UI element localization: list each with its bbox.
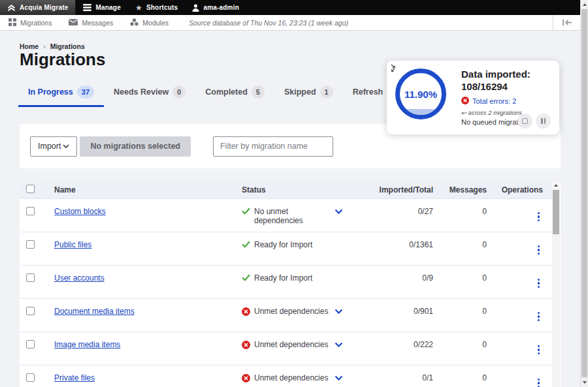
stop-import-button[interactable] bbox=[517, 114, 532, 129]
data-imported-label: Data imported: bbox=[461, 68, 555, 80]
migration-filter-input[interactable] bbox=[213, 136, 333, 157]
chevron-down-icon[interactable] bbox=[335, 307, 343, 316]
migrations-table: Name Status Imported/Total Messages Oper… bbox=[20, 181, 561, 387]
chevron-down-icon bbox=[63, 144, 69, 148]
chevron-down-icon[interactable] bbox=[335, 207, 343, 216]
kebab-menu-icon[interactable] bbox=[534, 278, 544, 289]
progress-ring-fill bbox=[400, 109, 442, 115]
check-icon bbox=[242, 208, 250, 217]
migration-link[interactable]: Document media items bbox=[54, 307, 135, 316]
total-errors-link[interactable]: Total errors: 2 bbox=[472, 97, 516, 105]
kebab-menu-icon[interactable] bbox=[534, 245, 544, 256]
topbar-item-shortcuts[interactable]: ★ Shortcuts bbox=[128, 0, 185, 15]
tab-label: Needs Review bbox=[114, 87, 169, 97]
messages-count: 0 bbox=[433, 232, 487, 249]
import-label: Import bbox=[38, 142, 61, 151]
toolbar-label: Messages bbox=[82, 19, 113, 27]
data-imported-count: 108/16294 bbox=[461, 80, 555, 93]
messages-count: 0 bbox=[433, 266, 487, 283]
migration-link[interactable]: User accounts bbox=[54, 273, 105, 283]
row-checkbox[interactable] bbox=[26, 340, 35, 348]
topbar-label: ama-admin bbox=[203, 4, 239, 11]
tab-count-badge: 37 bbox=[77, 85, 94, 99]
selection-status-button: No migrations selected bbox=[80, 136, 191, 157]
table-row: Private files Unmet dependencies 0/1 0 bbox=[20, 365, 552, 387]
status-text: Ready for Import bbox=[254, 240, 312, 249]
tab-count-badge: 0 bbox=[172, 85, 186, 99]
screen: Acquia Migrate Manage ★ Shortcuts ama-ad… bbox=[0, 0, 588, 387]
toolbar-item-modules[interactable]: Modules bbox=[122, 15, 177, 30]
row-checkbox[interactable] bbox=[26, 373, 35, 382]
table-scrollbar[interactable] bbox=[552, 181, 560, 387]
topbar-item-user[interactable]: ama-admin bbox=[185, 0, 246, 15]
error-icon bbox=[242, 341, 250, 351]
row-checkbox[interactable] bbox=[26, 207, 35, 215]
status-text: Unmet dependencies bbox=[254, 340, 328, 349]
table-row: Custom blocks No unmet dependencies 0/27… bbox=[20, 198, 552, 232]
messages-count: 0 bbox=[433, 365, 487, 382]
migration-tabs: In Progress 37 Needs Review 0 Completed … bbox=[18, 80, 410, 107]
page-scrollbar[interactable] bbox=[580, 0, 588, 387]
row-checkbox[interactable] bbox=[26, 307, 35, 315]
row-checkbox[interactable] bbox=[26, 273, 35, 282]
tab-label: Refresh bbox=[353, 87, 384, 97]
tab-needs-review[interactable]: Needs Review 0 bbox=[104, 80, 195, 107]
star-icon: ★ bbox=[135, 4, 142, 12]
page-title: Migrations bbox=[20, 50, 105, 70]
scroll-up-arrow[interactable] bbox=[552, 181, 560, 189]
header-imported-total: Imported/Total bbox=[367, 185, 433, 194]
scroll-down-arrow[interactable] bbox=[581, 379, 588, 386]
chevron-down-icon[interactable] bbox=[335, 340, 343, 349]
collapse-card-icon[interactable] bbox=[390, 63, 400, 76]
table-row: User accounts Ready for Import 0/9 0 bbox=[20, 265, 552, 298]
scroll-up-arrow[interactable] bbox=[581, 1, 588, 8]
messages-count: 0 bbox=[433, 332, 487, 349]
modules-icon bbox=[130, 18, 139, 27]
select-all-checkbox[interactable] bbox=[26, 185, 35, 193]
pin-left-icon bbox=[562, 17, 572, 29]
chevron-down-icon[interactable] bbox=[335, 373, 343, 382]
row-checkbox[interactable] bbox=[26, 240, 35, 249]
toolbar-label: Migrations bbox=[20, 19, 52, 27]
tab-label: Skipped bbox=[284, 87, 316, 97]
table-scrollbar-thumb[interactable] bbox=[553, 190, 559, 234]
migration-link[interactable]: Image media items bbox=[54, 340, 120, 349]
topbar-item-manage[interactable]: Manage bbox=[76, 0, 127, 15]
pause-icon bbox=[541, 118, 546, 124]
error-icon bbox=[461, 95, 469, 107]
kebab-menu-icon[interactable] bbox=[534, 345, 544, 356]
admin-topbar: Acquia Migrate Manage ★ Shortcuts ama-ad… bbox=[0, 0, 580, 15]
migration-link[interactable]: Public files bbox=[54, 240, 91, 249]
page-scrollbar-thumb[interactable] bbox=[581, 9, 587, 377]
stop-icon bbox=[522, 118, 528, 124]
tab-label: Completed bbox=[205, 87, 248, 97]
imported-total: 0/1361 bbox=[367, 232, 433, 249]
kebab-menu-icon[interactable] bbox=[534, 311, 544, 322]
import-dropdown-button[interactable]: Import bbox=[30, 136, 77, 157]
toolbar-item-migrations[interactable]: Migrations bbox=[0, 15, 60, 30]
header-name: Name bbox=[54, 185, 242, 194]
tab-in-progress[interactable]: In Progress 37 bbox=[18, 80, 104, 107]
progress-ring: 11.90% bbox=[395, 69, 446, 119]
kebab-menu-icon[interactable] bbox=[534, 211, 544, 223]
pause-import-button[interactable] bbox=[536, 114, 551, 129]
kebab-menu-icon[interactable] bbox=[534, 378, 544, 387]
table-row: Document media items Unmet dependencies … bbox=[20, 298, 552, 332]
check-icon bbox=[242, 274, 250, 283]
migration-link[interactable]: Custom blocks bbox=[54, 207, 106, 216]
toolbar-item-messages[interactable]: Messages bbox=[60, 15, 122, 30]
migration-link[interactable]: Private files bbox=[54, 373, 95, 382]
error-icon bbox=[242, 374, 250, 384]
source-database-note: Source database of Thu Nov 16, 23:23 (1 … bbox=[189, 19, 348, 27]
collapse-toolbar-button[interactable] bbox=[553, 15, 580, 30]
grid-icon bbox=[8, 18, 16, 27]
toolbar-label: Modules bbox=[142, 19, 169, 27]
tab-count-badge: 1 bbox=[320, 85, 333, 99]
status-text: No unmet dependencies bbox=[254, 207, 335, 225]
module-toolbar: Migrations Messages Modules Source datab… bbox=[0, 15, 580, 31]
progress-percent: 11.90% bbox=[404, 89, 437, 100]
tab-completed[interactable]: Completed 5 bbox=[195, 80, 274, 107]
header-operations: Operations bbox=[487, 185, 547, 194]
topbar-item-acquia-migrate[interactable]: Acquia Migrate bbox=[0, 0, 76, 15]
tab-skipped[interactable]: Skipped 1 bbox=[274, 80, 343, 107]
